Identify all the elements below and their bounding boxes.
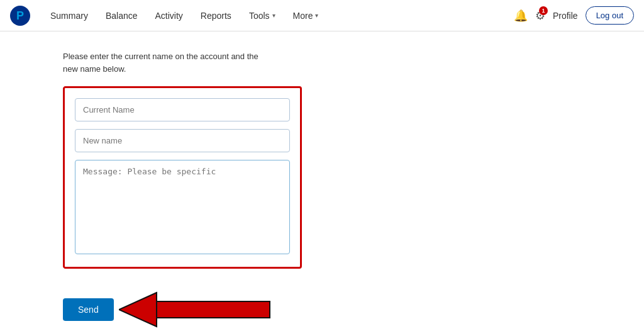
instruction-text: Please enter the current name on the acc… (63, 50, 644, 75)
new-name-field (75, 129, 290, 152)
nav-item-more[interactable]: More ▾ (286, 7, 326, 25)
profile-link[interactable]: Profile (553, 11, 578, 21)
notification-bell-icon[interactable]: 🔔 (514, 9, 528, 23)
svg-rect-2 (157, 301, 270, 318)
nav-links: Summary Balance Activity Reports Tools ▾… (43, 7, 514, 25)
svg-text:P: P (16, 9, 24, 22)
nav-item-balance[interactable]: Balance (98, 7, 145, 25)
red-arrow-icon (119, 281, 295, 331)
main-content: Please enter the current name on the acc… (0, 31, 644, 331)
paypal-logo-icon: P (10, 6, 30, 26)
send-button[interactable]: Send (63, 298, 114, 321)
nav-item-tools[interactable]: Tools ▾ (242, 7, 283, 25)
svg-marker-3 (119, 293, 157, 327)
message-textarea[interactable] (75, 160, 290, 254)
settings-badge: 1 (539, 6, 548, 15)
nav-item-summary[interactable]: Summary (43, 7, 96, 25)
nav-item-activity[interactable]: Activity (148, 7, 191, 25)
new-name-input[interactable] (75, 129, 290, 152)
current-name-field (75, 98, 290, 121)
arrow-annotation (119, 281, 295, 331)
message-field (75, 160, 290, 257)
logout-button[interactable]: Log out (586, 6, 634, 25)
navbar: P Summary Balance Activity Reports Tools… (0, 0, 644, 31)
settings-gear-wrap: ⚙ 1 (535, 9, 545, 23)
logo-area: P (10, 6, 30, 26)
current-name-input[interactable] (75, 98, 290, 121)
more-chevron-icon: ▾ (315, 12, 318, 19)
nav-item-reports[interactable]: Reports (193, 7, 239, 25)
send-area: Send (63, 281, 377, 331)
tools-chevron-icon: ▾ (272, 12, 275, 19)
nav-right: 🔔 ⚙ 1 Profile Log out (514, 6, 634, 25)
form-highlight-box (63, 86, 302, 269)
